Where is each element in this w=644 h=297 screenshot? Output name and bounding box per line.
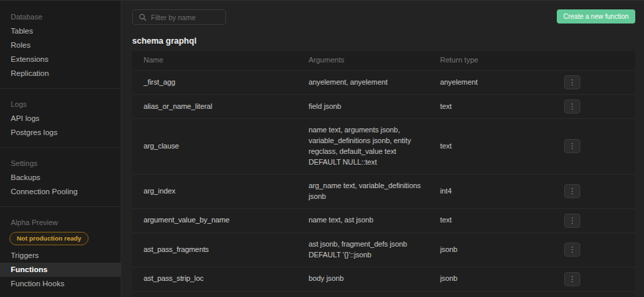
sidebar-divider [0, 206, 121, 207]
function-arguments-cell: field jsonb [297, 95, 429, 118]
function-arguments-cell: ast jsonb, variable_definitions jsonb DE… [297, 292, 429, 297]
main-content: Create a new function schema graphql Nam… [121, 1, 644, 297]
sidebar-item-postgres-logs[interactable]: Postgres logs [0, 126, 121, 140]
row-actions-kebab-button[interactable]: ⋮ [564, 99, 580, 114]
sidebar-section-title: Database [0, 9, 121, 24]
sidebar-section-settings: SettingsBackupsConnection Pooling [0, 155, 121, 199]
row-actions-cell: ⋮ [553, 243, 635, 257]
column-header-arguments: Arguments [297, 55, 429, 66]
sidebar-section-title: Settings [0, 155, 121, 171]
function-arguments-cell: name text, ast jsonb [297, 209, 429, 232]
sidebar-section-title: Logs [0, 96, 121, 112]
row-actions-cell: ⋮ [553, 99, 635, 114]
sidebar-item-backups[interactable]: Backups [0, 171, 121, 185]
app-window: DatabaseTablesRolesExtensionsReplication… [0, 0, 644, 297]
table-row: arg_clausename text, arguments jsonb, va… [132, 118, 635, 174]
search-icon [139, 13, 146, 21]
row-actions-kebab-button[interactable]: ⋮ [564, 75, 580, 89]
sidebar-section-database: DatabaseTablesRolesExtensionsReplication [0, 9, 121, 81]
function-return-type-cell: jsonb [429, 267, 553, 290]
function-name-cell: _first_agg [132, 71, 297, 94]
function-arguments-cell: body jsonb [297, 267, 429, 290]
sidebar-item-functions[interactable]: Functions [0, 263, 121, 277]
function-arguments-cell: name text, arguments jsonb, variable_def… [297, 119, 429, 174]
table-header-row: NameArgumentsReturn type [132, 51, 635, 70]
table-row: alias_or_name_literalfield jsonbtext⋮ [132, 94, 635, 118]
filter-input[interactable] [151, 13, 219, 22]
function-arguments-cell: ast jsonb, fragment_defs jsonb DEFAULT '… [297, 233, 429, 267]
function-name-cell: argument_value_by_name [132, 209, 297, 232]
table-row: ast_pass_fragmentsast jsonb, fragment_de… [132, 232, 635, 267]
alpha-preview-badge: Not production ready [9, 232, 89, 245]
schema-heading: schema graphql [132, 36, 635, 46]
table-row: ast_pass_strip_locbody jsonbjsonb⋮ [132, 267, 635, 291]
function-arguments-cell: anyelement, anyelement [297, 71, 429, 94]
row-actions-kebab-button[interactable]: ⋮ [564, 139, 580, 153]
create-function-button[interactable]: Create a new function [557, 9, 635, 24]
sidebar-section-alpha-preview: Alpha PreviewNot production readyTrigger… [0, 214, 121, 291]
functions-table: NameArgumentsReturn type _first_agganyel… [132, 51, 635, 297]
column-header-return-type: Return type [429, 55, 553, 66]
sidebar: DatabaseTablesRolesExtensionsReplication… [0, 1, 121, 297]
filter-input-wrapper[interactable] [132, 9, 226, 25]
sidebar-section-title: Alpha Preview [0, 214, 121, 230]
function-return-type-cell: int4 [429, 180, 553, 203]
function-name-cell: arg_index [132, 180, 297, 203]
function-name-cell: ast_pass_fragments [132, 239, 297, 261]
function-arguments-cell: arg_name text, variable_definitions json… [297, 175, 429, 208]
function-return-type-cell: text [429, 135, 553, 158]
function-return-type-cell: text [429, 95, 553, 118]
row-actions-cell: ⋮ [553, 272, 635, 286]
sidebar-item-triggers[interactable]: Triggers [0, 249, 121, 263]
table-row: argument_value_by_namename text, ast jso… [132, 208, 635, 232]
sidebar-item-api-logs[interactable]: API logs [0, 112, 121, 126]
function-return-type-cell: text [429, 209, 553, 232]
sidebar-section-logs: LogsAPI logsPostgres logs [0, 96, 121, 140]
sidebar-item-replication[interactable]: Replication [0, 67, 121, 81]
row-actions-cell: ⋮ [553, 75, 635, 89]
row-actions-cell: ⋮ [553, 139, 635, 153]
row-actions-kebab-button[interactable]: ⋮ [564, 184, 580, 198]
function-name-cell: ast_pass_strip_loc [132, 267, 297, 290]
function-name-cell: arg_clause [132, 135, 297, 158]
column-header-name: Name [132, 55, 297, 66]
function-name-cell: alias_or_name_literal [132, 95, 297, 118]
sidebar-divider [0, 147, 121, 148]
sidebar-item-connection-pooling[interactable]: Connection Pooling [0, 185, 121, 199]
sidebar-item-function-hooks[interactable]: Function Hooks [0, 277, 121, 291]
row-actions-cell: ⋮ [553, 184, 635, 198]
table-row: ast jsonb, variable_definitions jsonb DE… [132, 291, 635, 297]
table-row: arg_indexarg_name text, variable_definit… [132, 174, 635, 208]
sidebar-item-roles[interactable]: Roles [0, 38, 121, 52]
row-actions-kebab-button[interactable]: ⋮ [564, 214, 580, 228]
table-row: _first_agganyelement, anyelementanyeleme… [132, 70, 635, 94]
sidebar-item-tables[interactable]: Tables [0, 24, 121, 38]
row-actions-cell: ⋮ [553, 214, 635, 228]
function-return-type-cell: jsonb [429, 239, 553, 261]
toolbar: Create a new function [132, 9, 635, 25]
row-actions-kebab-button[interactable]: ⋮ [564, 243, 580, 257]
sidebar-divider [0, 88, 121, 89]
sidebar-item-extensions[interactable]: Extensions [0, 52, 121, 67]
function-return-type-cell: anyelement [429, 71, 553, 94]
row-actions-kebab-button[interactable]: ⋮ [564, 272, 580, 286]
